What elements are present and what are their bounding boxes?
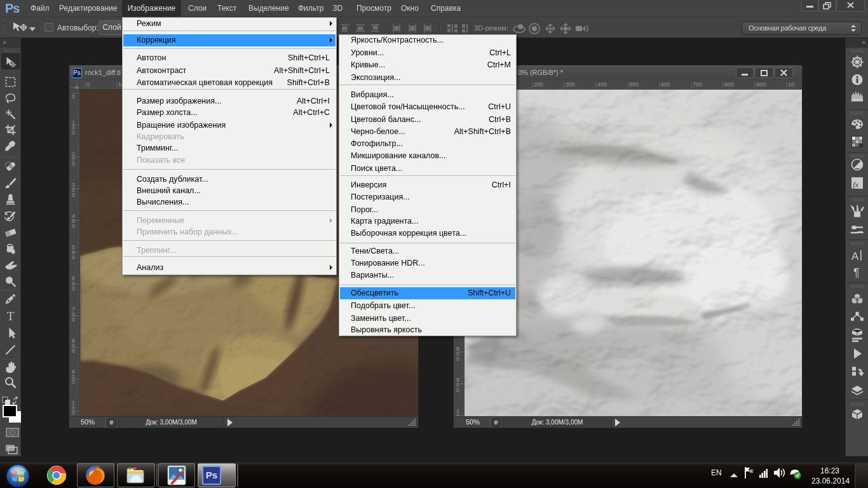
- svg-text:10: 10: [788, 81, 794, 88]
- svg-text:fx: fx: [853, 180, 859, 189]
- svg-text:0: 0: [72, 223, 75, 229]
- svg-text:0: 0: [72, 192, 75, 198]
- svg-text:0: 0: [72, 161, 75, 167]
- svg-text:900: 900: [756, 81, 766, 88]
- svg-text:0: 0: [456, 356, 459, 362]
- svg-text:0: 0: [72, 93, 75, 100]
- svg-text:¶: ¶: [853, 266, 860, 279]
- svg-text:0: 0: [72, 254, 75, 261]
- svg-text:0: 0: [72, 130, 75, 136]
- svg-text:0: 0: [72, 348, 75, 354]
- svg-text:A: A: [851, 250, 859, 262]
- svg-text:0: 0: [72, 316, 75, 323]
- svg-text:0: 0: [86, 81, 90, 88]
- svg-text:300: 300: [566, 81, 575, 88]
- svg-text:600: 600: [661, 81, 670, 88]
- svg-text:0: 0: [72, 285, 75, 292]
- svg-text:200: 200: [534, 81, 543, 88]
- svg-text:T: T: [7, 309, 15, 323]
- svg-text:0: 0: [456, 387, 459, 393]
- svg-text:700: 700: [693, 81, 702, 88]
- svg-text:500: 500: [629, 81, 639, 88]
- svg-text:0: 0: [72, 379, 75, 385]
- svg-text:400: 400: [597, 81, 607, 88]
- svg-text:800: 800: [724, 81, 734, 88]
